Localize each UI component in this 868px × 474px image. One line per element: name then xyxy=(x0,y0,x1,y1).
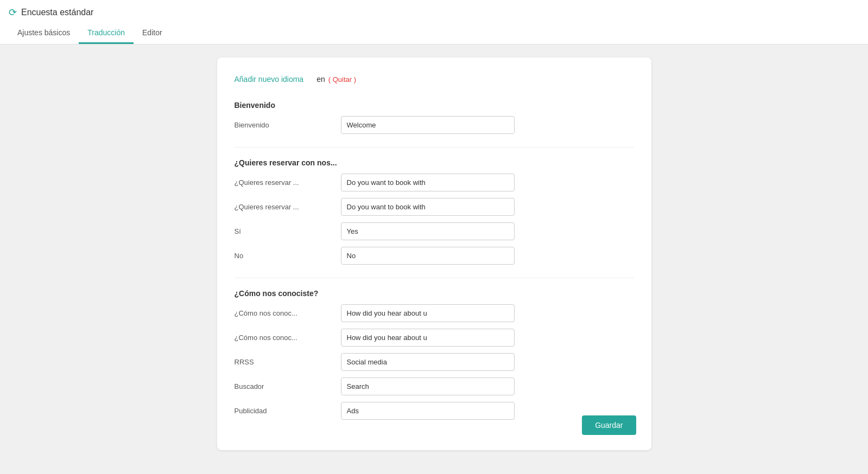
section-header-conociste: ¿Cómo nos conociste? xyxy=(235,289,634,298)
save-button[interactable]: Guardar xyxy=(582,415,636,435)
tab-editor[interactable]: Editor xyxy=(134,23,171,44)
field-row-bienvenido: Bienvenido xyxy=(235,116,634,134)
field-label-conociste-1: ¿Cómo nos conoc... xyxy=(235,334,332,342)
field-label-reservar-1: ¿Quieres reservar ... xyxy=(235,203,332,211)
app-title: Encuesta estándar xyxy=(21,8,93,17)
section-header-reservar: ¿Quieres reservar con nos... xyxy=(235,158,634,167)
field-row-buscador: Buscador xyxy=(235,377,634,395)
field-input-no[interactable] xyxy=(341,247,515,265)
field-input-publicidad[interactable] xyxy=(341,402,515,420)
section-conociste: ¿Cómo nos conociste? ¿Cómo nos conoc... … xyxy=(235,289,634,420)
field-label-no: No xyxy=(235,252,332,260)
section-header-bienvenido: Bienvenido xyxy=(235,101,634,110)
field-row-no: No xyxy=(235,247,634,265)
field-input-reservar-1[interactable] xyxy=(341,198,515,216)
tab-translation[interactable]: Traducción xyxy=(79,23,134,44)
translation-card: Añadir nuevo idioma en ( Quitar ) Bienve… xyxy=(217,57,651,450)
field-label-reservar-0: ¿Quieres reservar ... xyxy=(235,178,332,187)
divider-2 xyxy=(235,278,634,278)
field-label-publicidad: Publicidad xyxy=(235,407,332,415)
field-row-reservar-0: ¿Quieres reservar ... xyxy=(235,174,634,191)
field-row-publicidad: Publicidad xyxy=(235,402,634,420)
field-label-bienvenido: Bienvenido xyxy=(235,121,332,129)
field-label-si: Sí xyxy=(235,227,332,235)
field-row-si: Sí xyxy=(235,222,634,240)
field-label-conociste-0: ¿Cómo nos conoc... xyxy=(235,309,332,317)
top-bar: ⟳ Encuesta estándar Ajustes básicos Trad… xyxy=(0,0,868,44)
section-bienvenido: Bienvenido Bienvenido xyxy=(235,101,634,134)
section-reservar: ¿Quieres reservar con nos... ¿Quieres re… xyxy=(235,158,634,265)
field-input-reservar-0[interactable] xyxy=(341,174,515,191)
tab-bar: Ajustes básicos Traducción Editor xyxy=(9,23,859,44)
field-row-reservar-1: ¿Quieres reservar ... xyxy=(235,198,634,216)
divider-1 xyxy=(235,147,634,148)
sync-icon: ⟳ xyxy=(9,7,17,18)
main-content: Añadir nuevo idioma en ( Quitar ) Bienve… xyxy=(0,44,868,463)
field-input-buscador[interactable] xyxy=(341,377,515,395)
language-code: en xyxy=(316,75,325,84)
field-row-conociste-0: ¿Cómo nos conoc... xyxy=(235,304,634,322)
field-row-rrss: RRSS xyxy=(235,353,634,371)
language-tag: en ( Quitar ) xyxy=(316,75,356,84)
field-label-buscador: Buscador xyxy=(235,382,332,390)
tab-basic[interactable]: Ajustes básicos xyxy=(9,23,79,44)
field-input-conociste-1[interactable] xyxy=(341,329,515,347)
field-input-rrss[interactable] xyxy=(341,353,515,371)
field-row-conociste-1: ¿Cómo nos conoc... xyxy=(235,329,634,347)
language-row: Añadir nuevo idioma en ( Quitar ) xyxy=(235,75,634,84)
add-language-button[interactable]: Añadir nuevo idioma xyxy=(235,75,304,84)
field-input-si[interactable] xyxy=(341,222,515,240)
field-label-rrss: RRSS xyxy=(235,358,332,366)
field-input-conociste-0[interactable] xyxy=(341,304,515,322)
remove-language-button[interactable]: ( Quitar ) xyxy=(328,75,356,84)
field-input-bienvenido[interactable] xyxy=(341,116,515,134)
